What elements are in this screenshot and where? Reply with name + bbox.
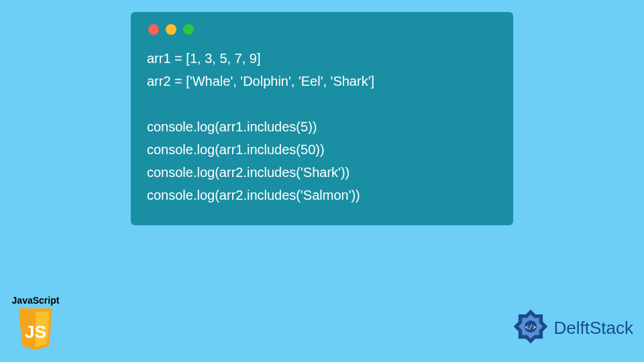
delftstack-brand: </> DelftStack xyxy=(511,307,634,349)
close-icon xyxy=(148,24,159,35)
javascript-badge: JavaScript JS xyxy=(9,295,62,353)
code-line: console.log(arr2.includes('Shark')) xyxy=(147,161,497,184)
code-block: arr1 = [1, 3, 5, 7, 9] arr2 = ['Whale', … xyxy=(147,47,497,206)
brand-name: DelftStack xyxy=(554,318,634,339)
code-line: arr2 = ['Whale', 'Dolphin', 'Eel', 'Shar… xyxy=(147,70,497,93)
maximize-icon xyxy=(183,24,194,35)
code-line-blank xyxy=(147,93,497,115)
minimize-icon xyxy=(166,24,176,35)
window-traffic-lights xyxy=(147,24,497,35)
delftstack-logo-icon: </> xyxy=(511,307,550,349)
code-line: console.log(arr2.includes('Salmon')) xyxy=(147,184,497,206)
svg-text:</>: </> xyxy=(525,324,536,330)
js-glyph: JS xyxy=(25,322,46,342)
code-window: arr1 = [1, 3, 5, 7, 9] arr2 = ['Whale', … xyxy=(131,12,513,225)
javascript-label: JavaScript xyxy=(9,295,62,306)
javascript-shield-icon: JS xyxy=(15,308,56,353)
code-line: console.log(arr1.includes(50)) xyxy=(147,138,497,161)
code-line: arr1 = [1, 3, 5, 7, 9] xyxy=(147,47,497,70)
code-line: console.log(arr1.includes(5)) xyxy=(147,115,497,138)
